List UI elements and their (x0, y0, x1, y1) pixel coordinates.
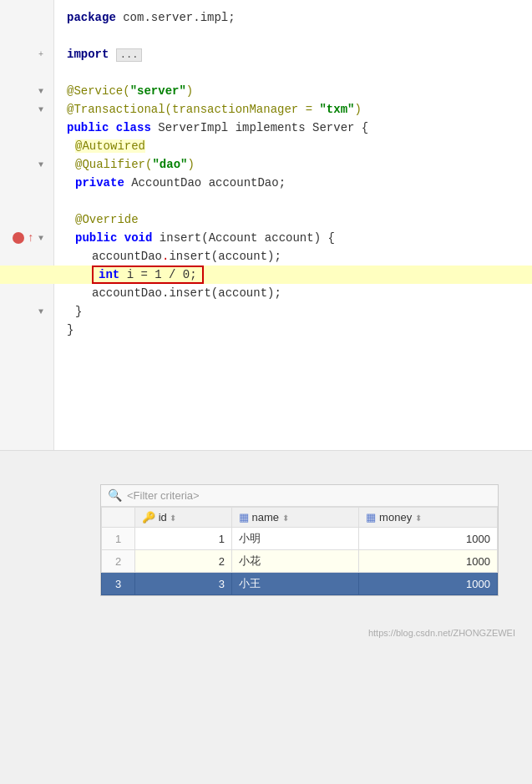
code-line-insert2: accountDao.insert(account); (0, 284, 532, 302)
code-line-transactional: ▼ @Transactional(transactionManager = "t… (0, 100, 532, 119)
keyword-private: private (75, 176, 124, 190)
line-gutter-close-method: ▼ (0, 302, 54, 321)
th-id-label: id (159, 511, 170, 524)
id-col-icon: 🔑 (142, 511, 155, 524)
table-row[interactable]: 2 2 小花 1000 (102, 550, 498, 573)
code-line-class: public class ServerImpl implements Serve… (0, 119, 532, 137)
fold-icon-method[interactable]: ▼ (36, 233, 46, 243)
code-line-method: ↑ ▼ public void insert(Account account) … (0, 229, 532, 247)
int-assignment: i = 1 / 0; (127, 268, 197, 281)
line-gutter-import: + (0, 45, 54, 63)
th-id[interactable]: 🔑 id ⬍ (135, 508, 232, 528)
fold-icon-import[interactable]: + (36, 49, 46, 59)
result-table: 🔑 id ⬍ ▦ name ⬍ ▦ money ⬍ (101, 507, 498, 595)
line-gutter-int (0, 266, 54, 284)
db-result-section: 🔍 <Filter criteria> 🔑 id ⬍ ▦ name ⬍ (0, 484, 532, 646)
row-num-1: 1 (102, 528, 135, 550)
string-dao: "dao" (152, 158, 187, 171)
keyword-int: int (99, 268, 119, 281)
code-line-insert1: accountDao.insert(account); (0, 247, 532, 266)
code-line-blank3 (0, 192, 532, 210)
filter-placeholder: <Filter criteria> (127, 489, 200, 502)
table-row-selected[interactable]: 3 3 小王 1000 (102, 573, 498, 595)
name-col-icon: ▦ (239, 511, 249, 524)
annotation-qualifier: @Qualifier( (75, 158, 152, 171)
filter-icon: 🔍 (108, 488, 122, 503)
line-gutter-insert2 (0, 284, 54, 302)
filter-bar[interactable]: 🔍 <Filter criteria> (101, 485, 498, 507)
name-sort-icon[interactable]: ⬍ (282, 513, 289, 523)
code-line-field: private AccountDao accountDao; (0, 174, 532, 192)
cell-name-1: 小明 (231, 528, 359, 550)
line-gutter-qualifier: ▼ (0, 155, 54, 174)
method-signature: insert(Account account) { (160, 231, 335, 245)
money-sort-icon[interactable]: ⬍ (415, 513, 422, 523)
annotation-service: @Service( (67, 84, 130, 98)
table-header-row: 🔑 id ⬍ ▦ name ⬍ ▦ money ⬍ (102, 508, 498, 528)
line-gutter-transactional: ▼ (0, 100, 54, 119)
insert2: accountDao.insert(account); (92, 286, 281, 300)
annotation-autowired: @Autowired (75, 139, 145, 153)
field-decl: AccountDao accountDao; (131, 176, 286, 190)
annotation-override: @Override (75, 213, 139, 226)
keyword-public-void: public void (75, 231, 152, 245)
close-class-brace: } (67, 323, 73, 336)
th-money-label: money (379, 511, 412, 524)
keyword-import: import (67, 48, 109, 61)
table-row[interactable]: 1 1 小明 1000 (102, 528, 498, 550)
fold-icon-qualifier[interactable]: ▼ (36, 159, 46, 169)
row-num-2: 2 (102, 550, 135, 573)
code-line-blank1 (0, 27, 532, 45)
line-gutter-method: ↑ ▼ (0, 229, 54, 247)
line-gutter-service: ▼ (0, 82, 54, 100)
line-gutter-close-class (0, 321, 54, 339)
watermark: https://blog.csdn.net/ZHONGZEWEI (368, 628, 515, 638)
fold-icon-transactional[interactable]: ▼ (36, 104, 46, 114)
th-name[interactable]: ▦ name ⬍ (231, 508, 359, 528)
code-line-override: @Override (0, 210, 532, 229)
money-col-icon: ▦ (366, 511, 376, 524)
code-line-import: + import ... (0, 45, 532, 63)
line-gutter-class (0, 119, 54, 137)
spacer (0, 451, 532, 476)
string-txm: "txm" (319, 103, 354, 116)
annotation-transactional: @Transactional(transactionManager = (67, 103, 319, 116)
package-name: com.server.impl; (123, 11, 235, 24)
cell-money-2: 1000 (359, 550, 498, 573)
keyword-package: package (67, 11, 116, 24)
code-line-service: ▼ @Service("server") (0, 82, 532, 100)
code-editor: package com.server.impl; + import ... ▼ … (0, 0, 532, 451)
cell-id-2: 2 (135, 550, 232, 573)
cell-money-1: 1000 (359, 528, 498, 550)
id-sort-icon[interactable]: ⬍ (170, 513, 176, 523)
red-box-highlight: int i = 1 / 0; (92, 266, 204, 284)
cell-money-3: 1000 (359, 573, 498, 595)
code-line-int: int i = 1 / 0; (0, 266, 532, 284)
code-line-package: package com.server.impl; (0, 8, 532, 27)
code-line-autowired: @Autowired (0, 137, 532, 155)
line-gutter-override (0, 210, 54, 229)
class-name: ServerImpl implements Server { (158, 121, 368, 134)
fold-icon-close-method[interactable]: ▼ (36, 306, 46, 316)
th-row-num (102, 508, 135, 528)
cell-id-1: 1 (135, 528, 232, 550)
cell-id-3: 3 (135, 573, 232, 595)
line-gutter-field (0, 174, 54, 192)
row-num-3: 3 (102, 573, 135, 595)
import-collapsed: ... (116, 48, 143, 62)
close-method-brace: } (75, 305, 82, 318)
code-line-qualifier: ▼ @Qualifier("dao") (0, 155, 532, 174)
keyword-public: public class (67, 121, 151, 134)
insert1: accountDao (92, 250, 162, 263)
th-money[interactable]: ▦ money ⬍ (359, 508, 498, 528)
string-server: "server" (130, 84, 186, 98)
breakpoint-icon[interactable] (13, 232, 24, 244)
fold-icon-service[interactable]: ▼ (36, 86, 46, 96)
code-line-blank2 (0, 63, 532, 82)
code-line-close-class: } (0, 321, 532, 339)
db-panel: 🔍 <Filter criteria> 🔑 id ⬍ ▦ name ⬍ (100, 484, 499, 596)
cell-name-3: 小王 (231, 573, 359, 595)
code-line-close-method: ▼ } (0, 302, 532, 321)
line-gutter (0, 8, 54, 27)
line-gutter-insert1 (0, 247, 54, 266)
